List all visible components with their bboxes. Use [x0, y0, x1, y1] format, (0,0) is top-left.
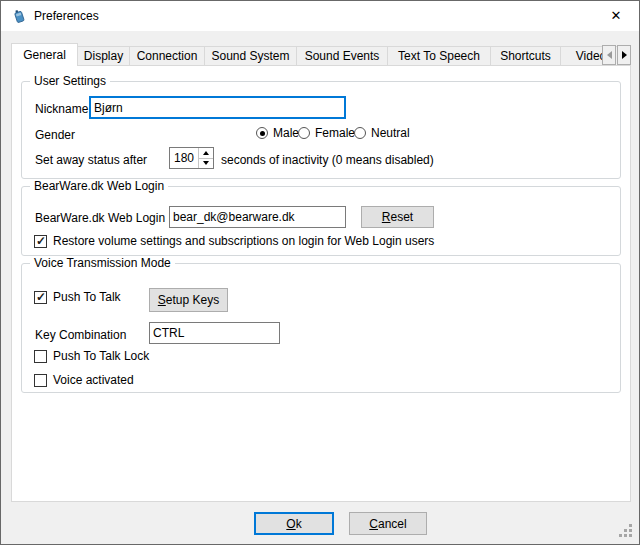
nickname-label: Nickname: [35, 102, 88, 116]
general-tab-panel: User Settings Nickname Gender Male Femal…: [11, 65, 631, 502]
group-web-login: BearWare.dk Web Login BearWare.dk Web Lo…: [21, 186, 621, 256]
key-combination-input[interactable]: [149, 322, 280, 344]
radio-dot: [298, 127, 310, 139]
radio-dot: [354, 127, 366, 139]
push-to-talk-checkbox[interactable]: Push To Talk: [34, 290, 121, 304]
group-voice-transmission: Voice Transmission Mode Push To Talk Set…: [21, 263, 621, 393]
tab-sound-events[interactable]: Sound Events: [296, 46, 388, 65]
cancel-button[interactable]: Cancel: [349, 512, 427, 535]
tab-scroll-left-icon[interactable]: [602, 45, 616, 65]
arrow-left-icon: [607, 51, 612, 59]
away-status-suffix: seconds of inactivity (0 means disabled): [221, 153, 434, 167]
checkbox-label: Push To Talk Lock: [53, 349, 149, 363]
tab-bar: General Display Connection Sound System …: [11, 43, 622, 65]
restore-volume-checkbox[interactable]: Restore volume settings and subscription…: [34, 234, 434, 248]
tab-general[interactable]: General: [11, 43, 78, 66]
web-login-id-label: BearWare.dk Web Login ID: [35, 211, 180, 225]
radio-label: Female: [315, 126, 355, 140]
spinner-buttons: [198, 148, 213, 168]
teamtalk-app-icon: [11, 8, 27, 24]
tab-sound-system[interactable]: Sound System: [204, 46, 297, 65]
group-title: Voice Transmission Mode: [30, 256, 175, 271]
spinner-up-icon[interactable]: [199, 148, 213, 159]
group-title: User Settings: [30, 74, 110, 89]
nickname-input[interactable]: [89, 96, 346, 119]
radio-label: Male: [273, 126, 299, 140]
away-seconds-input[interactable]: [170, 148, 198, 168]
reset-button[interactable]: Reset: [361, 206, 434, 228]
tab-text-to-speech[interactable]: Text To Speech: [387, 46, 491, 65]
away-status-label: Set away status after: [35, 153, 147, 167]
gender-male-radio[interactable]: Male: [256, 126, 299, 140]
push-to-talk-lock-checkbox[interactable]: Push To Talk Lock: [34, 349, 149, 363]
gender-neutral-radio[interactable]: Neutral: [354, 126, 410, 140]
checkbox-box: [34, 291, 47, 304]
checkbox-box: [34, 235, 47, 248]
gender-female-radio[interactable]: Female: [298, 126, 355, 140]
tab-scroll-right-icon[interactable]: [617, 45, 631, 65]
voice-activated-checkbox[interactable]: Voice activated: [34, 373, 134, 387]
spinner-down-icon[interactable]: [199, 159, 213, 169]
tab-shortcuts[interactable]: Shortcuts: [490, 46, 561, 65]
resize-grip[interactable]: [629, 534, 632, 537]
preferences-dialog: Preferences ✕ General Display Connection…: [0, 0, 640, 545]
group-user-settings: User Settings Nickname Gender Male Femal…: [21, 81, 621, 179]
checkbox-box: [34, 350, 47, 363]
away-seconds-spinner[interactable]: [169, 147, 214, 169]
checkbox-label: Restore volume settings and subscription…: [53, 234, 434, 248]
titlebar: Preferences ✕: [1, 1, 639, 31]
tab-connection[interactable]: Connection: [129, 46, 205, 65]
tab-display[interactable]: Display: [77, 46, 130, 65]
radio-dot: [256, 127, 268, 139]
checkbox-label: Push To Talk: [53, 290, 121, 304]
group-title: BearWare.dk Web Login: [30, 179, 168, 194]
radio-label: Neutral: [371, 126, 410, 140]
web-login-id-input[interactable]: [169, 206, 346, 228]
arrow-right-icon: [622, 51, 627, 59]
setup-keys-button[interactable]: Setup Keys: [149, 288, 228, 312]
window-title: Preferences: [34, 1, 99, 31]
ok-button[interactable]: Ok: [254, 512, 334, 535]
key-combination-label: Key Combination: [35, 328, 126, 342]
gender-label: Gender: [35, 128, 75, 142]
checkbox-label: Voice activated: [53, 373, 134, 387]
close-icon[interactable]: ✕: [601, 1, 631, 31]
checkbox-box: [34, 374, 47, 387]
